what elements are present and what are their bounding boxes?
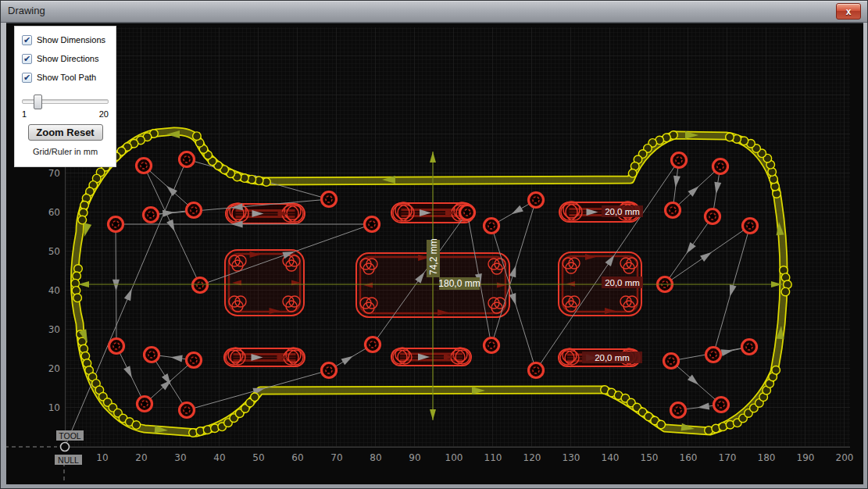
ruler-x-tick: 10 xyxy=(96,452,108,463)
drill-hole xyxy=(187,203,202,218)
checkbox-label: Show Tool Path xyxy=(37,73,96,82)
zoom-slider[interactable] xyxy=(22,94,109,108)
ruler-x-tick: 130 xyxy=(563,452,580,463)
drill-hole xyxy=(529,193,544,208)
drill-hole xyxy=(706,348,721,362)
drill-hole xyxy=(742,340,757,355)
ruler-x-tick: 100 xyxy=(445,452,463,463)
drill-hole xyxy=(672,153,687,168)
drill-hole xyxy=(484,219,499,234)
drill-hole xyxy=(144,208,159,223)
ruler-x-tick: 70 xyxy=(330,452,342,463)
ruler-x-tick: 40 xyxy=(213,452,225,463)
slider-scale: 1 20 xyxy=(22,109,109,119)
checkbox-row: ✔Show Dimensions xyxy=(22,34,116,45)
slot xyxy=(224,348,305,366)
drill-hole xyxy=(705,209,720,224)
ruler-x-tick: 160 xyxy=(680,452,698,463)
checkbox[interactable]: ✔ xyxy=(22,73,32,83)
drawing-canvas[interactable]: 180,0 mm74,2 mm20,0 mm20,0 mm20,0 mmTOOL… xyxy=(6,23,863,484)
checkbox-row: ✔Show Directions xyxy=(22,53,116,64)
checkbox-list: ✔Show Dimensions✔Show Directions✔Show To… xyxy=(15,34,116,83)
width-dimension-label: 180,0 mm xyxy=(438,278,480,289)
drill-hole xyxy=(529,363,544,378)
drill-hole xyxy=(109,339,124,354)
ruler-x-tick: 200 xyxy=(836,452,854,463)
ruler-x-tick: 180 xyxy=(758,452,776,463)
drill-hole xyxy=(138,397,152,412)
drill-hole xyxy=(180,403,195,418)
drill-hole xyxy=(460,205,475,220)
drill-hole xyxy=(193,278,208,293)
close-icon: x xyxy=(846,5,852,19)
ruler-y-tick: 40 xyxy=(48,285,60,296)
ruler-x-tick: 150 xyxy=(641,452,659,463)
checkbox-row: ✔Show Tool Path xyxy=(22,72,116,83)
checkbox[interactable]: ✔ xyxy=(22,54,32,64)
drill-hole xyxy=(484,338,499,353)
title-bar[interactable]: Drawing x xyxy=(1,1,867,23)
grid-unit-label: Grid/Ruler in mm xyxy=(15,147,116,156)
drill-hole xyxy=(109,217,123,232)
slider-min-label: 1 xyxy=(22,109,27,119)
drill-hole xyxy=(187,353,202,368)
ruler-x-tick: 50 xyxy=(252,452,264,463)
tool-position-label: TOOL xyxy=(59,431,81,441)
drill-hole xyxy=(671,403,686,418)
window-title: Drawing xyxy=(8,5,45,16)
ruler-x-tick: 20 xyxy=(135,452,147,463)
drill-hole xyxy=(145,348,159,362)
drill-hole xyxy=(664,354,679,369)
ruler-x-tick: 90 xyxy=(409,452,420,463)
null-point-label: NULL xyxy=(58,455,79,465)
ruler-x-tick: 30 xyxy=(174,452,186,463)
ruler-y-tick: 10 xyxy=(48,402,60,413)
drill-hole xyxy=(714,398,729,412)
ruler-y-tick: 20 xyxy=(48,363,60,374)
slider-max-label: 20 xyxy=(99,109,109,119)
pocket xyxy=(225,250,304,316)
grid xyxy=(65,27,850,448)
checkbox[interactable]: ✔ xyxy=(22,35,32,45)
ruler-x-tick: 60 xyxy=(291,452,303,463)
drill-hole xyxy=(666,203,680,218)
checkbox-label: Show Directions xyxy=(37,54,98,63)
drill-hole xyxy=(743,219,758,234)
slot-dimension-label: 20,0 mm xyxy=(595,353,630,362)
checkbox-label: Show Dimensions xyxy=(37,35,105,45)
ruler-x-tick: 110 xyxy=(484,452,502,463)
drill-hole xyxy=(713,159,728,174)
ruler-y-tick: 70 xyxy=(48,168,60,179)
ruler-y-tick: 50 xyxy=(48,246,60,257)
drill-hole xyxy=(322,192,337,207)
drill-hole xyxy=(180,152,195,167)
height-dimension-label: 74,2 mm xyxy=(428,238,439,275)
ruler-y-tick: 30 xyxy=(48,324,60,335)
canvas-area: 180,0 mm74,2 mm20,0 mm20,0 mm20,0 mmTOOL… xyxy=(6,23,863,484)
ruler-x-tick: 140 xyxy=(602,452,620,463)
slot-dimension-label: 20,0 mm xyxy=(605,278,640,287)
drill-hole xyxy=(365,217,380,232)
zoom-slider-thumb[interactable] xyxy=(34,95,42,109)
drill-hole xyxy=(137,159,152,173)
ruler-y-tick: 60 xyxy=(48,207,60,218)
slot xyxy=(391,348,471,366)
ruler-x-tick: 80 xyxy=(370,452,381,463)
zoom-reset-button[interactable]: Zoom Reset xyxy=(28,124,103,141)
slot-dimension-label: 20,0 mm xyxy=(605,207,640,216)
close-button[interactable]: x xyxy=(836,3,861,20)
ruler-x-tick: 120 xyxy=(523,452,541,463)
ruler-x-tick: 170 xyxy=(719,452,737,463)
ruler-x-tick: 190 xyxy=(797,452,815,463)
drawing-window: Drawing x 180,0 mm74,2 mm20,0 mm20,0 mm2… xyxy=(0,0,868,489)
view-options-panel: ✔Show Dimensions✔Show Directions✔Show To… xyxy=(14,26,116,167)
drill-hole xyxy=(322,363,337,378)
drill-hole xyxy=(366,337,380,352)
